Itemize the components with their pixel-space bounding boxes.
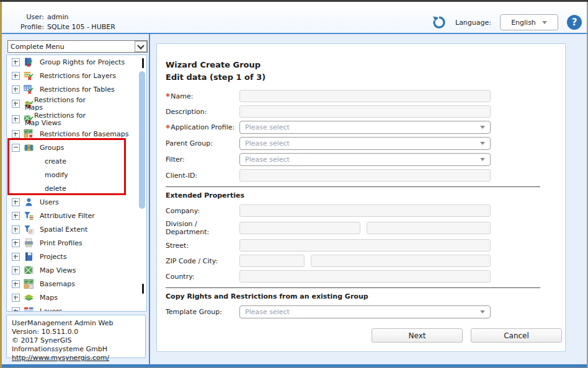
expand-plus-icon[interactable]: [12, 198, 20, 206]
expand-plus-icon[interactable]: [12, 115, 20, 123]
scrollbar-thumb[interactable]: [139, 71, 145, 209]
division-input[interactable]: [239, 222, 360, 234]
table-restrictions-icon: [24, 84, 34, 95]
expand-plus-icon[interactable]: [12, 266, 20, 274]
zip-city-label-wrap: ZIP Code / City:: [166, 257, 239, 265]
basemap-restrictions-icon: [24, 129, 34, 139]
company-label: Company:: [166, 207, 200, 215]
next-button[interactable]: Next: [372, 328, 463, 343]
dropdown-caret-icon: [480, 126, 485, 129]
expand-plus-icon[interactable]: [12, 100, 20, 108]
profile-label: Profile:: [8, 23, 44, 31]
cancel-button[interactable]: Cancel: [471, 328, 562, 343]
scroll-up-arrow[interactable]: [142, 60, 144, 68]
expand-plus-icon[interactable]: [12, 85, 20, 94]
application-profile-label: Application Profile:: [171, 123, 234, 131]
filter-label: Filter:: [166, 156, 185, 164]
tree-item-attributive-filter[interactable]: Attributive Filter: [7, 209, 146, 222]
tree-item-print-profiles[interactable]: Print Profiles: [7, 236, 146, 250]
language-select[interactable]: English: [500, 14, 558, 30]
department-input[interactable]: [367, 222, 491, 234]
zip-city-inputs: [239, 255, 491, 267]
tree-item-map-views[interactable]: Map Views: [7, 263, 146, 277]
extended-properties-heading: Extended Properties: [166, 191, 565, 200]
expand-plus-icon[interactable]: [12, 239, 20, 247]
section-divider: [166, 287, 540, 288]
scroll-down-arrow[interactable]: [142, 286, 144, 294]
filter-select[interactable]: Please select: [239, 153, 491, 166]
user-label: User:: [8, 13, 44, 21]
expand-plus-icon[interactable]: [12, 226, 20, 234]
navigation-tree: Group Rights for Projects Restrictions f…: [6, 55, 147, 312]
parent-group-select[interactable]: Please select: [239, 137, 491, 150]
usermanagement-admin-page: { "colors": { "accent_blue": "#2e74b8", …: [0, 0, 588, 368]
window-frame-top: [0, 0, 588, 2]
help-icon[interactable]: ?: [567, 15, 582, 30]
select-placeholder: Please select: [245, 123, 480, 131]
tree-item-users[interactable]: Users: [7, 195, 146, 209]
select-placeholder: Please select: [245, 308, 480, 316]
expand-plus-icon[interactable]: [12, 130, 20, 138]
expand-plus-icon[interactable]: [12, 212, 20, 220]
name-label: Name:: [171, 92, 193, 100]
expand-plus-icon[interactable]: [12, 253, 20, 261]
sidebar-main-divider: [149, 34, 150, 364]
tree-item-basemaps[interactable]: Basemaps: [7, 277, 146, 291]
tree-item-group-rights-for-projects[interactable]: Group Rights for Projects: [7, 55, 146, 69]
required-marker: *: [166, 125, 170, 131]
tree-item-label: Print Profiles: [40, 239, 82, 247]
city-input[interactable]: [311, 255, 491, 267]
description-input[interactable]: [239, 105, 491, 118]
tree-item-maps[interactable]: Maps: [7, 291, 146, 304]
tree-item-label: Restrictions for Layers: [40, 72, 116, 80]
tree-item-label: Basemaps: [40, 280, 75, 288]
template-group-label: Template Group:: [166, 308, 222, 316]
tree-item-restrictions-for-layers[interactable]: Restrictions for Layers: [7, 69, 146, 82]
form-row-application-profile: *Application Profile: Please select: [166, 121, 565, 134]
template-group-select[interactable]: Please select: [239, 305, 491, 318]
required-marker: *: [166, 93, 170, 99]
name-input[interactable]: [239, 90, 491, 102]
form-row-company: Company:: [166, 204, 565, 217]
client-id-input[interactable]: [239, 169, 491, 182]
copyright-text: © 2017 SynerGIS Informationssysteme GmbH: [12, 336, 140, 354]
client-id-label-wrap: Client-ID:: [166, 172, 239, 180]
division-department-label-wrap: Division / Department:: [166, 220, 239, 236]
form-row-filter: Filter: Please select: [166, 153, 565, 166]
tree-item-layers[interactable]: Layers: [7, 304, 146, 312]
tree-item-label: Restrictions for Basemaps: [40, 130, 128, 138]
vendor-link[interactable]: http://www.mysynergis.com/: [12, 354, 109, 362]
tree-item-restrictions-for-tables[interactable]: Restrictions for Tables: [7, 82, 146, 96]
tree-item-projects[interactable]: Projects: [7, 250, 146, 263]
select-placeholder: Please select: [245, 139, 480, 147]
wizard-buttons: Next Cancel: [166, 328, 562, 343]
country-input[interactable]: [239, 270, 491, 283]
tree-item-label: Restrictions for Maps: [25, 97, 89, 112]
expand-plus-icon[interactable]: [12, 294, 20, 302]
filter-label-wrap: Filter:: [166, 156, 239, 164]
expand-plus-icon[interactable]: [12, 72, 20, 80]
company-input[interactable]: [239, 204, 491, 217]
form-row-division-department: Division / Department:: [166, 220, 565, 236]
tree-item-label: Attributive Filter: [40, 212, 95, 220]
street-input[interactable]: [239, 239, 491, 252]
tree-item-label: Maps: [40, 294, 58, 302]
zip-city-label: ZIP Code / City:: [166, 257, 218, 265]
expand-plus-icon[interactable]: [12, 307, 20, 312]
tree-item-restrictions-for-maps[interactable]: Restrictions for Maps: [7, 96, 146, 112]
refresh-icon[interactable]: [432, 15, 447, 30]
tree-item-label: Layers: [40, 307, 62, 312]
wizard-step-subtitle: Edit data (step 1 of 3): [166, 72, 565, 82]
tree-item-restrictions-for-map-views[interactable]: Restrictions for Map Views: [7, 112, 146, 127]
client-id-label: Client-ID:: [166, 172, 197, 180]
menu-filter-combobox[interactable]: Complete Menu: [7, 40, 148, 53]
application-profile-select[interactable]: Please select: [239, 121, 491, 134]
attributive-filter-icon: [24, 211, 34, 221]
expand-plus-icon[interactable]: [12, 280, 20, 288]
tree-item-spatial-extent[interactable]: Spatial Extent: [7, 222, 146, 236]
name-label-wrap: *Name:: [166, 92, 239, 100]
expand-plus-icon[interactable]: [12, 58, 20, 66]
combobox-arrow-button[interactable]: [135, 41, 147, 52]
zip-code-input[interactable]: [239, 255, 305, 267]
parent-group-label-wrap: Parent Group:: [166, 139, 239, 147]
